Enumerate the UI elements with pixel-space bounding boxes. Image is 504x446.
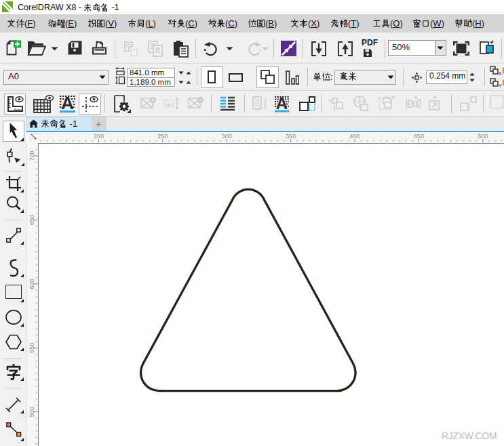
svg-text:200: 200 <box>94 133 104 140</box>
svg-text:450: 450 <box>414 133 424 140</box>
svg-text:X: X <box>499 71 502 76</box>
svg-text:700: 700 <box>28 150 35 161</box>
svg-text:A: A <box>61 95 74 113</box>
svg-text:600: 600 <box>28 279 35 289</box>
svg-text:500: 500 <box>478 133 488 140</box>
svg-text:650: 650 <box>28 215 35 225</box>
svg-text:500: 500 <box>28 407 35 417</box>
svg-text:350: 350 <box>286 133 296 140</box>
svg-text:300: 300 <box>222 133 232 140</box>
svg-text:400: 400 <box>349 133 360 140</box>
svg-text:550: 550 <box>28 343 35 353</box>
svg-text:Y: Y <box>499 83 502 88</box>
svg-text:A: A <box>276 96 288 113</box>
svg-text:ab: ab <box>166 102 172 108</box>
svg-text:250: 250 <box>157 133 168 140</box>
